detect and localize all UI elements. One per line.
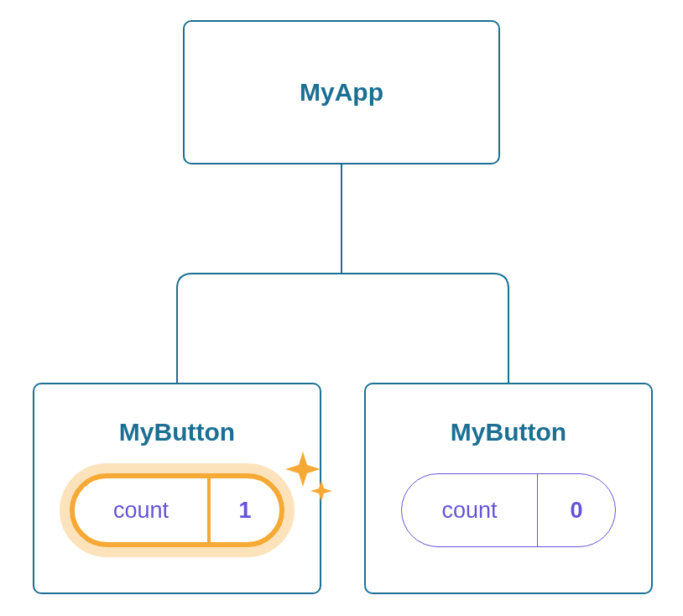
- child-component-label: MyButton: [451, 418, 566, 446]
- state-value: 1: [211, 478, 279, 542]
- root-component-label: MyApp: [300, 78, 383, 107]
- state-name: count: [75, 478, 211, 542]
- child-component-node-left: MyButton count 1: [33, 383, 321, 594]
- state-pill: count 1: [70, 473, 284, 547]
- sparkle-icon: [278, 448, 336, 515]
- child-component-node-right: MyButton count 0: [364, 383, 653, 594]
- state-badge-highlighted: count 1: [70, 473, 284, 547]
- child-component-label: MyButton: [119, 418, 235, 446]
- component-tree-diagram: MyApp MyButton count 1 MyButton count 0: [0, 0, 683, 616]
- state-name: count: [402, 474, 538, 546]
- state-pill: count 0: [401, 473, 616, 547]
- root-component-node: MyApp: [183, 20, 500, 164]
- state-value: 0: [538, 474, 615, 546]
- state-badge: count 0: [401, 473, 616, 547]
